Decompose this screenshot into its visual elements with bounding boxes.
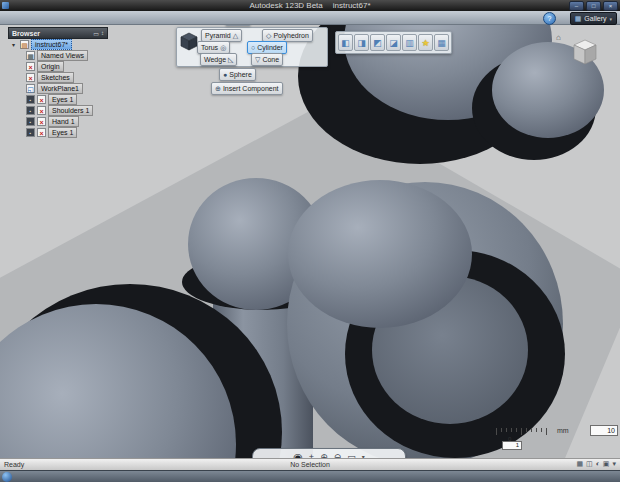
- quick-toolbar: ◧ ◨ ◩ ◪ ▥ ★ ▦: [335, 31, 452, 54]
- browser-item-hand1[interactable]: ▪ × Hand 1: [26, 116, 79, 127]
- cone-button[interactable]: ▽ Cone: [251, 53, 283, 66]
- cone-icon: ▽: [255, 56, 260, 64]
- app-window: Autodesk 123D Beta instruct67* – □ × ? ▦…: [0, 0, 620, 482]
- browser-item-label[interactable]: Sketches: [37, 72, 74, 83]
- browser-item-shoulders1[interactable]: ▪ × Shoulders 1: [26, 105, 93, 116]
- grid-toggle-icon[interactable]: ▦: [576, 460, 583, 468]
- home-icon[interactable]: ⌂: [556, 33, 561, 42]
- sphere-icon: ●: [223, 71, 227, 78]
- gallery-label: Gallery: [584, 15, 606, 22]
- gallery-button[interactable]: ▦ Gallery ▾: [570, 12, 617, 25]
- wedge-button[interactable]: Wedge ◺: [200, 53, 237, 66]
- minimize-button[interactable]: –: [569, 1, 584, 11]
- browser-item-eyes1b[interactable]: ▪ × Eyes 1: [26, 127, 77, 138]
- material-icon[interactable]: ★: [418, 34, 433, 51]
- app-icon: [2, 2, 9, 9]
- pattern-icon[interactable]: ▥: [402, 34, 417, 51]
- browser-item-origin[interactable]: × Origin: [26, 61, 64, 72]
- browser-resize-icon[interactable]: ↕: [101, 30, 104, 36]
- component-icon: ▪: [26, 117, 35, 126]
- browser-item-label[interactable]: WorkPlane1: [37, 83, 83, 94]
- expander-icon[interactable]: ▾: [12, 41, 18, 48]
- browser-title: Browser: [12, 30, 40, 37]
- pyramid-icon: △: [233, 32, 238, 40]
- component-icon: ▪: [26, 95, 35, 104]
- torus-label: Torus: [201, 44, 218, 51]
- browser-dock-icon[interactable]: ▭: [93, 30, 99, 37]
- visibility-off-icon[interactable]: ×: [37, 106, 46, 115]
- insert-component-button[interactable]: ⊕ Insert Component: [211, 82, 283, 95]
- units-toggle-icon[interactable]: ▣: [603, 460, 610, 468]
- visibility-off-icon[interactable]: ×: [37, 95, 46, 104]
- maximize-button[interactable]: □: [586, 1, 601, 11]
- start-orb-icon[interactable]: [2, 472, 12, 482]
- torus-icon: ◎: [220, 44, 226, 52]
- pyramid-label: Pyramid: [205, 32, 231, 39]
- top-toolbar: ? ▦ Gallery ▾: [0, 11, 620, 25]
- wedge-label: Wedge: [204, 56, 226, 63]
- browser-item-label[interactable]: Eyes 1: [48, 94, 77, 105]
- named-views-icon: ▦: [26, 51, 35, 60]
- box-tool-icon[interactable]: [179, 31, 199, 51]
- insert-component-icon: ⊕: [215, 85, 221, 93]
- status-icons: ▦ ◫ ◐ ▣ ▾: [576, 460, 616, 468]
- intersect-icon[interactable]: ◩: [370, 34, 385, 51]
- scale-ruler: [496, 428, 547, 435]
- chevron-down-icon[interactable]: ▾: [612, 460, 616, 468]
- gallery-icon: ▦: [575, 15, 582, 23]
- cylinder-label: Cylinder: [257, 44, 283, 51]
- ruler-unit-label: mm: [557, 427, 569, 434]
- combine-icon[interactable]: ◧: [338, 34, 353, 51]
- component-icon: ▪: [26, 128, 35, 137]
- browser-header[interactable]: Browser ▭ ↕: [8, 27, 108, 39]
- window-controls: – □ ×: [569, 1, 618, 11]
- browser-item-root[interactable]: ▾ ▤ instruct67*: [12, 39, 72, 50]
- status-selection: No Selection: [0, 461, 620, 468]
- sphere-button[interactable]: ● Sphere: [219, 68, 256, 81]
- browser-item-label[interactable]: Origin: [37, 61, 64, 72]
- view-cube[interactable]: [568, 36, 602, 70]
- visibility-off-icon[interactable]: ×: [26, 73, 35, 82]
- polyhedron-icon: ◇: [266, 32, 271, 40]
- browser-item-eyes1[interactable]: ▪ × Eyes 1: [26, 94, 77, 105]
- visibility-off-icon[interactable]: ×: [37, 117, 46, 126]
- cone-label: Cone: [262, 56, 279, 63]
- close-button[interactable]: ×: [603, 1, 618, 11]
- grid-minor-input[interactable]: 1: [502, 441, 522, 450]
- subtract-icon[interactable]: ◨: [354, 34, 369, 51]
- taskbar: [0, 470, 620, 482]
- visibility-off-icon[interactable]: ×: [37, 128, 46, 137]
- document-title: instruct67*: [333, 1, 371, 10]
- polyhedron-label: Polyhedron: [273, 32, 308, 39]
- wedge-icon: ◺: [228, 56, 233, 64]
- browser-item-workplane[interactable]: ◱ WorkPlane1: [26, 83, 83, 94]
- browser-item-sketches[interactable]: × Sketches: [26, 72, 74, 83]
- workplane-icon: ◱: [26, 84, 35, 93]
- browser-item-label[interactable]: Eyes 1: [48, 127, 77, 138]
- insert-component-label: Insert Component: [223, 85, 279, 92]
- snap-icon[interactable]: ▦: [434, 34, 449, 51]
- status-ready: Ready: [4, 461, 24, 468]
- browser-item-label[interactable]: Hand 1: [48, 116, 79, 127]
- visibility-off-icon[interactable]: ×: [26, 62, 35, 71]
- chevron-down-icon: ▾: [609, 16, 612, 22]
- component-icon: ▪: [26, 106, 35, 115]
- help-icon[interactable]: ?: [543, 12, 556, 25]
- browser-item-named-views[interactable]: ▦ Named Views: [26, 50, 88, 61]
- split-icon[interactable]: ◪: [386, 34, 401, 51]
- sphere-label: Sphere: [229, 71, 252, 78]
- grid-major-input[interactable]: 10: [590, 425, 618, 436]
- title-bar: Autodesk 123D Beta instruct67* – □ ×: [0, 0, 620, 11]
- app-title: Autodesk 123D Beta: [249, 1, 322, 10]
- shading-toggle-icon[interactable]: ◐: [596, 460, 600, 468]
- viewport-3d[interactable]: [0, 24, 620, 458]
- browser-item-label[interactable]: Named Views: [37, 50, 88, 61]
- snap-toggle-icon[interactable]: ◫: [586, 460, 593, 468]
- browser-item-label[interactable]: instruct67*: [31, 39, 72, 50]
- cylinder-icon: ○: [251, 44, 255, 51]
- document-icon: ▤: [20, 40, 29, 49]
- browser-item-label[interactable]: Shoulders 1: [48, 105, 93, 116]
